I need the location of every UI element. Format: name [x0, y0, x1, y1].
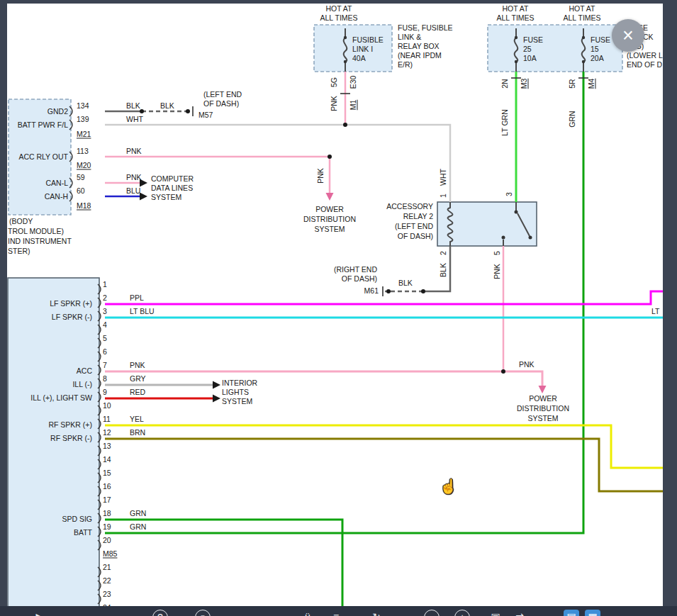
- junction-dot: [343, 123, 347, 127]
- hand-cursor-icon: ☝: [440, 478, 457, 495]
- notes-icon[interactable]: ü: [300, 610, 315, 616]
- junction-dot: [421, 289, 425, 293]
- report-icon[interactable]: ▤: [564, 610, 579, 616]
- fuse-terminal-dot: [515, 60, 517, 63]
- refresh-icon[interactable]: ↻: [369, 610, 384, 616]
- frame-left: [0, 0, 7, 616]
- fuse-terminal-dot: [344, 36, 347, 39]
- offpage-arrow-icon: [326, 193, 334, 201]
- wire-fuse15-grn-batt: [105, 72, 583, 533]
- wire-lf-spkr-pos-ppl: [105, 291, 664, 304]
- fuse-terminal-dot: [582, 36, 585, 39]
- pointer-tool-icon[interactable]: ▶: [32, 610, 47, 616]
- fit-screen-icon[interactable]: ▣: [488, 610, 503, 616]
- bcm-connector-box: [9, 99, 71, 215]
- wire-rf-spkr-pos-yel: [105, 425, 664, 468]
- relay-terminal-dot: [502, 236, 505, 240]
- fuse-terminal-dot: [344, 60, 347, 63]
- junction-dot: [386, 289, 391, 293]
- junction-dot: [501, 369, 505, 374]
- bottom-toolbar: ▶?☺ü≡↻−+▣⇄▤▦: [0, 606, 677, 616]
- grid-icon[interactable]: ▦: [585, 610, 600, 616]
- relay-terminal-dot: [515, 211, 518, 214]
- frame-right: [663, 0, 677, 616]
- junction-dot: [140, 109, 144, 113]
- wire-relay-pin2-blk: [423, 246, 450, 291]
- relay-terminal-dot: [529, 236, 532, 240]
- junction-dot: [186, 109, 190, 113]
- main-connector-box: [8, 278, 99, 611]
- junction-dot: [328, 155, 332, 159]
- fuse-block-box: [488, 25, 622, 72]
- fuse-terminal-dot: [515, 36, 517, 39]
- offpage-arrow-icon: [140, 179, 147, 187]
- offpage-arrow-icon: [213, 395, 220, 403]
- offpage-arrow-icon: [213, 381, 220, 389]
- user-icon[interactable]: ☺: [195, 610, 211, 616]
- wire-batt-pwr-wht: [105, 125, 450, 202]
- pan-icon[interactable]: ⇄: [512, 610, 527, 616]
- close-icon: ×: [622, 26, 634, 45]
- wiring-diagram-canvas[interactable]: [0, 0, 677, 616]
- zoom-in-icon[interactable]: +: [454, 610, 470, 616]
- close-button[interactable]: ×: [612, 19, 644, 52]
- frame-top: [0, 0, 677, 4]
- fuse-terminal-dot: [582, 60, 585, 63]
- wire-acc-rly-out-pnk: [105, 157, 330, 193]
- fusible-link-box: [314, 25, 392, 72]
- list-icon[interactable]: ≡: [328, 610, 344, 616]
- wire-rf-spkr-neg-brn: [105, 439, 664, 491]
- offpage-arrow-icon: [140, 193, 147, 201]
- zoom-out-icon[interactable]: −: [424, 610, 440, 616]
- wire-acc-pnk: [105, 371, 542, 386]
- help-icon[interactable]: ?: [152, 610, 168, 616]
- diagram-viewer-window: HOT ATALL TIMESHOT ATALL TIMESHOT ATALL …: [0, 0, 677, 616]
- offpage-arrow-icon: [539, 386, 547, 393]
